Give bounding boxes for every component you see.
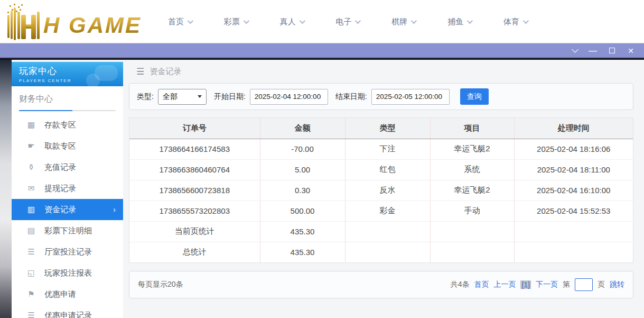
nav-label: 真人 (280, 17, 296, 27)
nav-item-home[interactable]: 首页 (168, 17, 192, 27)
filter-panel: 类型: 全部 开始日期: 结束日期: 查询 (129, 83, 633, 110)
money-bag-icon: ⚱ (26, 162, 36, 172)
logo[interactable]: H GAME (3, 2, 146, 41)
col-process-time: 处理时间 (514, 118, 633, 139)
cell-type: 下注 (345, 139, 430, 159)
type-select[interactable]: 全部 (158, 89, 207, 105)
table-row: 1738655573202803 500.00 彩金 手动 2025-02-04… (129, 201, 633, 221)
nav-item-sports[interactable]: 体育 (503, 17, 527, 27)
nav-item-chess-cards[interactable]: 棋牌 (391, 17, 415, 27)
bank-card-icon: ▦ (26, 120, 36, 130)
type-select-value: 全部 (163, 92, 178, 102)
sidebar-item-fund-records[interactable]: ▥ 资金记录 › (12, 199, 123, 220)
maximize-button[interactable] (606, 46, 618, 56)
players-center-header: 玩家中心 PLAYERS CENTER (12, 62, 123, 86)
sidebar: 玩家中心 PLAYERS CENTER 财务中心 ▦ 存款专区 ☛ 取款专区 ⚱… (12, 62, 123, 318)
pager: 共4条 首页 上一页 [1] 下一页 第 页 跳转 (451, 278, 624, 291)
close-button[interactable]: ✕ (625, 46, 637, 56)
cell-empty (430, 242, 514, 262)
logo-mark (7, 7, 40, 40)
cell-amount: 0.30 (260, 180, 345, 201)
wallet-icon: ✉ (26, 184, 36, 193)
sidebar-item-hall-bet-records[interactable]: ☰ 厅室投注记录 (12, 241, 123, 262)
nav-item-slots[interactable]: 电子 (335, 17, 359, 27)
cell-order-id: 1738656600723818 (129, 180, 260, 201)
cell-label: 当前页统计 (129, 221, 260, 242)
jump-prefix-label: 第 (563, 280, 570, 289)
fund-records-table: 订单号 金额 类型 项目 处理时间 1738664166174583 -70.0… (129, 118, 633, 262)
cell-type: 红包 (345, 159, 430, 180)
chevron-down-icon (523, 18, 529, 24)
sidebar-item-lottery-bet-details[interactable]: ▤ 彩票下注明细 (12, 220, 123, 241)
site-header: H GAME 首页 彩票 真人 电子 棋牌 捕鱼 体育 (0, 0, 644, 43)
nav-item-fishing[interactable]: 捕鱼 (447, 17, 471, 27)
table-row-grand-total: 总统计 435.30 (129, 242, 633, 262)
cell-project: 手动 (430, 201, 514, 221)
nav-label: 电子 (335, 17, 351, 27)
start-date-input[interactable] (250, 89, 328, 105)
chart-report-icon: ◱ (26, 268, 36, 278)
cell-project: 系统 (430, 159, 514, 180)
cell-empty (345, 242, 430, 262)
cell-project: 幸运飞艇2 (430, 139, 514, 159)
minimize-button[interactable]: — (587, 46, 599, 56)
hand-cash-icon: ☛ (26, 141, 36, 151)
sidebar-menu: ▦ 存款专区 ☛ 取款专区 ⚱ 充值记录 ✉ 提现记录 ▥ 资金记录 › ▤ (12, 114, 123, 318)
prev-page-link[interactable]: 上一页 (493, 280, 516, 289)
list-records-icon: ☰ (26, 311, 36, 318)
menu-toggle-icon[interactable]: ☰ (136, 66, 144, 77)
cell-process-time: 2025-02-04 18:11:00 (514, 159, 633, 180)
page-jump-input[interactable] (575, 278, 593, 291)
logo-graphic: H GAME (3, 2, 146, 41)
section-underline (19, 110, 116, 111)
nav-item-lottery[interactable]: 彩票 (224, 17, 248, 27)
first-page-link[interactable]: 首页 (474, 280, 489, 289)
sidebar-item-player-bet-report[interactable]: ◱ 玩家投注报表 (12, 262, 123, 284)
window-titlebar: — ✕ (0, 43, 644, 58)
finance-section: 财务中心 (12, 86, 123, 111)
nav-item-live-casino[interactable]: 真人 (280, 17, 304, 27)
chevron-down-icon (411, 18, 417, 24)
sidebar-item-promo-apply-records[interactable]: ☰ 优惠申请记录 (12, 305, 123, 318)
current-page-indicator: [1] (520, 280, 531, 289)
chevron-down-icon (572, 46, 578, 53)
end-date-label: 结束日期: (335, 92, 367, 102)
sidebar-item-withdraw-records[interactable]: ✉ 提现记录 (12, 178, 123, 199)
per-page-text: 每页显示20条 (138, 280, 183, 289)
list-icon: ▤ (26, 226, 36, 235)
chevron-down-icon (244, 18, 249, 24)
sidebar-item-withdraw-zone[interactable]: ☛ 取款专区 (12, 135, 123, 157)
cell-amount: 435.30 (260, 242, 345, 262)
cell-amount: 435.30 (260, 221, 345, 242)
pagination-bar: 每页显示20条 共4条 首页 上一页 [1] 下一页 第 页 跳转 (129, 271, 633, 298)
nav-label: 彩票 (224, 17, 240, 27)
end-date-input[interactable] (371, 89, 450, 105)
table-row: 1738664166174583 -70.00 下注 幸运飞艇2 2025-02… (129, 139, 633, 159)
query-button[interactable]: 查询 (460, 88, 489, 105)
cell-type: 反水 (345, 180, 430, 201)
next-page-link[interactable]: 下一页 (536, 280, 558, 289)
sidebar-item-recharge-records[interactable]: ⚱ 充值记录 (12, 157, 123, 178)
col-amount: 金额 (260, 118, 345, 139)
cell-process-time: 2025-02-04 15:52:53 (514, 201, 633, 221)
select-caret-icon (198, 95, 202, 98)
total-count: 共4条 (451, 280, 470, 289)
sidebar-item-promo-apply[interactable]: ⚑ 优惠申请 (12, 284, 123, 305)
collapse-button[interactable] (568, 46, 580, 56)
type-label: 类型: (137, 92, 154, 102)
workspace: 玩家中心 PLAYERS CENTER 财务中心 ▦ 存款专区 ☛ 取款专区 ⚱… (0, 60, 644, 318)
nav-label: 首页 (168, 17, 184, 27)
table-row-page-total: 当前页统计 435.30 (129, 221, 633, 242)
cell-type: 彩金 (345, 201, 430, 221)
cell-empty (514, 221, 633, 242)
col-type: 类型 (345, 118, 430, 139)
jump-suffix-label: 页 (598, 280, 605, 289)
cell-empty (430, 221, 514, 242)
backdrop-strip (0, 60, 12, 318)
chevron-down-icon (299, 18, 305, 24)
jump-link[interactable]: 跳转 (610, 280, 624, 289)
sidebar-item-deposit-zone[interactable]: ▦ 存款专区 (12, 114, 123, 135)
section-title: 财务中心 (19, 94, 116, 110)
start-date-label: 开始日期: (214, 92, 246, 102)
main-content: ☰ 资金记录 类型: 全部 开始日期: 结束日期: 查询 订单号 (129, 60, 633, 318)
